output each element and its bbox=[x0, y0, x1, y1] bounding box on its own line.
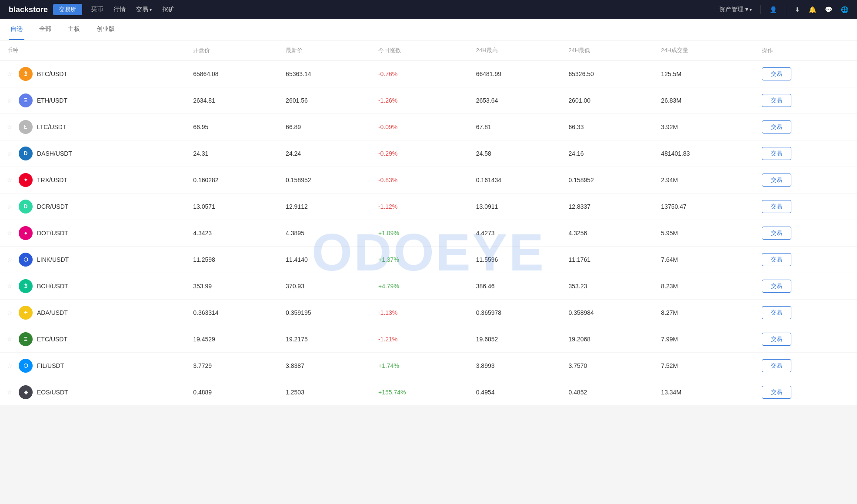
star-trx[interactable]: ☆ bbox=[7, 177, 13, 184]
action-btc: 交易 bbox=[755, 61, 857, 87]
nav-trade[interactable]: 交易 bbox=[136, 6, 152, 13]
star-link[interactable]: ☆ bbox=[7, 256, 13, 263]
trade-button-trx[interactable]: 交易 bbox=[762, 174, 791, 187]
trade-button-ltc[interactable]: 交易 bbox=[762, 120, 791, 134]
nav-market[interactable]: 行情 bbox=[113, 6, 126, 13]
trade-button-fil[interactable]: 交易 bbox=[762, 359, 791, 372]
change-eos: +155.74% bbox=[371, 379, 469, 406]
coin-icon-ada: ✦ bbox=[19, 306, 33, 320]
low24-ada: 0.358984 bbox=[562, 300, 654, 326]
high24-ltc: 67.81 bbox=[469, 114, 562, 140]
open-price-fil: 3.7729 bbox=[186, 353, 279, 379]
exchange-button[interactable]: 交易所 bbox=[53, 4, 82, 15]
vol24-link: 7.64M bbox=[654, 247, 754, 273]
nav-mine[interactable]: 挖矿 bbox=[162, 6, 174, 13]
table-row: ☆ ◈ EOS/USDT 0.4889 1.2503 +155.74% 0.49… bbox=[0, 379, 857, 406]
table-row: ☆ ⬡ FIL/USDT 3.7729 3.8387 +1.74% 3.8993… bbox=[0, 353, 857, 379]
coin-icon-ltc: Ł bbox=[19, 120, 33, 134]
coin-symbol-eos: EOS/USDT bbox=[37, 389, 68, 396]
low24-eos: 0.4852 bbox=[562, 379, 654, 406]
open-price-dash: 24.31 bbox=[186, 140, 279, 167]
nav-links: 买币 行情 交易 挖矿 bbox=[91, 6, 174, 13]
low24-eth: 2601.00 bbox=[562, 87, 654, 114]
trade-button-bch[interactable]: 交易 bbox=[762, 280, 791, 293]
support-icon[interactable]: 💬 bbox=[825, 6, 832, 13]
trade-button-link[interactable]: 交易 bbox=[762, 253, 791, 266]
action-ltc: 交易 bbox=[755, 114, 857, 140]
trade-button-eth[interactable]: 交易 bbox=[762, 94, 791, 107]
change-btc: -0.76% bbox=[371, 61, 469, 87]
action-ada: 交易 bbox=[755, 300, 857, 326]
table-row: ☆ ₿ BCH/USDT 353.99 370.93 +4.79% 386.46… bbox=[0, 273, 857, 300]
table-row: ☆ Ξ ETC/USDT 19.4529 19.2175 -1.21% 19.6… bbox=[0, 326, 857, 353]
tab-favorites[interactable]: 自选 bbox=[9, 19, 24, 40]
star-dcr[interactable]: ☆ bbox=[7, 203, 13, 210]
high24-trx: 0.161434 bbox=[469, 167, 562, 194]
action-etc: 交易 bbox=[755, 326, 857, 353]
action-bch: 交易 bbox=[755, 273, 857, 300]
bell-icon[interactable]: 🔔 bbox=[809, 6, 816, 13]
globe-icon[interactable]: 🌐 bbox=[841, 6, 848, 13]
vol24-dot: 5.95M bbox=[654, 220, 754, 247]
table-row: ☆ D DASH/USDT 24.31 24.24 -0.29% 24.58 2… bbox=[0, 140, 857, 167]
tab-all[interactable]: 全部 bbox=[37, 19, 53, 40]
vol24-etc: 7.99M bbox=[654, 326, 754, 353]
star-ltc[interactable]: ☆ bbox=[7, 123, 13, 130]
coin-cell-trx: ☆ ✦ TRX/USDT bbox=[0, 167, 186, 194]
star-eth[interactable]: ☆ bbox=[7, 97, 13, 104]
coin-icon-fil: ⬡ bbox=[19, 359, 33, 373]
star-ada[interactable]: ☆ bbox=[7, 309, 13, 316]
tab-startup[interactable]: 创业版 bbox=[95, 19, 117, 40]
table-row: ☆ ⬡ LINK/USDT 11.2598 11.4140 +1.37% 11.… bbox=[0, 247, 857, 273]
vol24-fil: 7.52M bbox=[654, 353, 754, 379]
low24-bch: 353.23 bbox=[562, 273, 654, 300]
low24-fil: 3.7570 bbox=[562, 353, 654, 379]
navbar: blackstore 交易所 买币 行情 交易 挖矿 资产管理 ▾ 👤 ⬇ 🔔 … bbox=[0, 0, 857, 19]
high24-etc: 19.6852 bbox=[469, 326, 562, 353]
high24-eos: 0.4954 bbox=[469, 379, 562, 406]
star-btc[interactable]: ☆ bbox=[7, 70, 13, 77]
star-bch[interactable]: ☆ bbox=[7, 283, 13, 290]
trade-button-etc[interactable]: 交易 bbox=[762, 333, 791, 346]
trade-button-dash[interactable]: 交易 bbox=[762, 147, 791, 160]
trade-button-eos[interactable]: 交易 bbox=[762, 386, 791, 399]
coin-symbol-eth: ETH/USDT bbox=[37, 97, 67, 104]
user-icon[interactable]: 👤 bbox=[770, 6, 777, 13]
open-price-eos: 0.4889 bbox=[186, 379, 279, 406]
change-ltc: -0.09% bbox=[371, 114, 469, 140]
last-price-eos: 1.2503 bbox=[279, 379, 371, 406]
trade-button-ada[interactable]: 交易 bbox=[762, 306, 791, 319]
open-price-ltc: 66.95 bbox=[186, 114, 279, 140]
coin-icon-etc: Ξ bbox=[19, 332, 33, 346]
last-price-ltc: 66.89 bbox=[279, 114, 371, 140]
col-coin: 币种 bbox=[0, 40, 186, 61]
coin-symbol-bch: BCH/USDT bbox=[37, 283, 68, 290]
tab-main-board[interactable]: 主板 bbox=[66, 19, 82, 40]
star-dash[interactable]: ☆ bbox=[7, 150, 13, 157]
star-dot[interactable]: ☆ bbox=[7, 230, 13, 237]
nav-buy[interactable]: 买币 bbox=[91, 6, 103, 13]
low24-dcr: 12.8337 bbox=[562, 194, 654, 220]
open-price-eth: 2634.81 bbox=[186, 87, 279, 114]
download-icon[interactable]: ⬇ bbox=[795, 6, 800, 13]
coin-cell-etc: ☆ Ξ ETC/USDT bbox=[0, 326, 186, 353]
coin-symbol-ada: ADA/USDT bbox=[37, 309, 68, 316]
asset-management[interactable]: 资产管理 ▾ bbox=[719, 6, 752, 13]
star-fil[interactable]: ☆ bbox=[7, 362, 13, 369]
star-etc[interactable]: ☆ bbox=[7, 336, 13, 343]
col-change: 今日涨数 bbox=[371, 40, 469, 61]
coin-cell-bch: ☆ ₿ BCH/USDT bbox=[0, 273, 186, 300]
trade-button-dot[interactable]: 交易 bbox=[762, 227, 791, 240]
col-open: 开盘价 bbox=[186, 40, 279, 61]
star-eos[interactable]: ☆ bbox=[7, 389, 13, 396]
last-price-trx: 0.158952 bbox=[279, 167, 371, 194]
table-row: ☆ Ł LTC/USDT 66.95 66.89 -0.09% 67.81 66… bbox=[0, 114, 857, 140]
coin-symbol-dot: DOT/USDT bbox=[37, 230, 68, 237]
coin-icon-eth: Ξ bbox=[19, 93, 33, 107]
trade-button-btc[interactable]: 交易 bbox=[762, 67, 791, 80]
change-fil: +1.74% bbox=[371, 353, 469, 379]
trade-button-dcr[interactable]: 交易 bbox=[762, 200, 791, 213]
coin-icon-trx: ✦ bbox=[19, 173, 33, 187]
action-trx: 交易 bbox=[755, 167, 857, 194]
divider1 bbox=[760, 5, 761, 14]
